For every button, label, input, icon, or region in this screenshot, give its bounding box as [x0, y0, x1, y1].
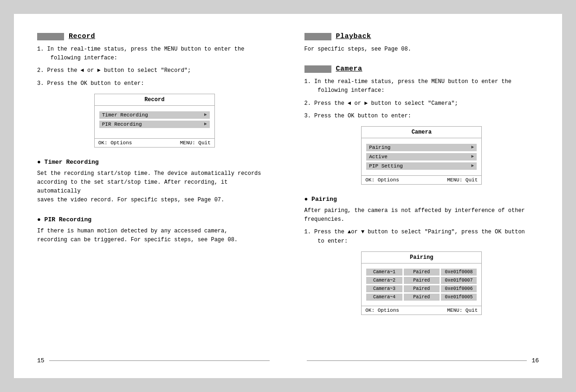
camera-bar: [304, 65, 331, 73]
record-bar: [37, 33, 64, 40]
menu-item-active: Active ►: [366, 153, 477, 161]
left-column: Record 1. In the real-time status, press…: [37, 32, 286, 344]
pir-recording-label: PIR Recording: [102, 122, 142, 127]
camera-ok-options: OK: Options: [365, 177, 399, 183]
camera-menu-title: Camera: [362, 127, 481, 138]
active-label: Active: [369, 154, 388, 160]
page-number-right: 16: [531, 357, 539, 364]
pairing-section: ● Pairing After pairing, the camera is n…: [304, 196, 539, 246]
record-menu-box: Record Timer Recording ► PIR Recording ►…: [94, 94, 215, 148]
pairing-menu-footer: OK: Options MENU: Quit: [362, 306, 481, 315]
timer-recording-section: ● Timer Recording Set the recording star…: [37, 159, 272, 205]
record-step-1: 1. In the real-time status, press the ME…: [37, 45, 272, 63]
pir-recording-arrow: ►: [204, 122, 207, 127]
playback-title: Playback: [336, 32, 371, 40]
pairing-body: After pairing, the camera is not affecte…: [304, 206, 539, 224]
pairing-code4: 0xe01f0005: [441, 294, 477, 301]
page: Record 1. In the real-time status, press…: [14, 14, 562, 378]
camera-menu-body: Pairing ► Active ► PIP Setting ►: [362, 138, 481, 175]
camera-title: Camera: [336, 65, 362, 73]
menu-item-pairing: Pairing ►: [366, 144, 477, 151]
pairing-cam1: Camera~1: [366, 269, 402, 276]
pairing-row-1: Camera~1 Paired 0xe01f0008: [366, 269, 477, 276]
pairing-step-1: 1. Press the ▲or ▼ button to select "Pai…: [304, 228, 539, 245]
pairing-code3: 0xe01f0006: [441, 285, 477, 292]
right-column: Playback For specific steps, see Page 08…: [286, 32, 539, 344]
pairing-menu-box: Pairing Camera~1 Paired 0xe01f0008 Camer…: [361, 251, 482, 315]
pairing-row-4: Camera~4 Paired 0xe01f0005: [366, 294, 477, 301]
footer-line-right: [307, 360, 527, 361]
record-ok-options: OK: Options: [98, 140, 132, 146]
pairing-cam4: Camera~4: [366, 294, 402, 301]
pip-setting-label: PIP Setting: [369, 163, 403, 169]
pairing-code2: 0xe01f0007: [441, 277, 477, 284]
pairing-status2: Paired: [404, 277, 440, 284]
pairing-menu-body: Camera~1 Paired 0xe01f0008 Camera~2 Pair…: [362, 263, 481, 306]
camera-step-1: 1. In the real-time status, press the ME…: [304, 77, 539, 95]
pairing-row-3: Camera~3 Paired 0xe01f0006: [366, 285, 477, 292]
pairing-code1: 0xe01f0008: [441, 269, 477, 276]
pairing-status4: Paired: [404, 294, 440, 301]
timer-recording-title: ● Timer Recording: [37, 159, 272, 166]
record-menu-footer: OK: Options MENU: Quit: [95, 138, 214, 147]
pairing-label: Pairing: [369, 145, 390, 150]
pairing-title: ● Pairing: [304, 196, 539, 203]
camera-section-header: Camera: [304, 65, 539, 73]
record-title: Record: [69, 32, 95, 40]
pairing-cam3: Camera~3: [366, 285, 402, 292]
record-menu-quit: MENU: Quit: [180, 140, 211, 146]
camera-steps: 1. In the real-time status, press the ME…: [304, 77, 539, 121]
playback-section-header: Playback: [304, 32, 539, 40]
pairing-status1: Paired: [404, 269, 440, 276]
timer-recording-body: Set the recording start/stop time. The d…: [37, 169, 272, 205]
camera-step-2: 2. Press the ◄ or ► button to select "Ca…: [304, 99, 539, 108]
active-arrow: ►: [471, 154, 474, 159]
record-section-header: Record: [37, 32, 272, 40]
menu-item-pip-setting: PIP Setting ►: [366, 162, 477, 170]
pairing-status3: Paired: [404, 285, 440, 292]
pairing-row-2: Camera~2 Paired 0xe01f0007: [366, 277, 477, 284]
menu-item-timer-recording: Timer Recording ►: [99, 111, 210, 119]
record-step-2: 2. Press the ◄ or ► button to select "Re…: [37, 66, 272, 75]
menu-item-pir-recording: PIR Recording ►: [99, 121, 210, 128]
pir-recording-title: ● PIR Recording: [37, 216, 272, 223]
record-steps: 1. In the real-time status, press the ME…: [37, 45, 272, 88]
camera-menu-quit: MENU: Quit: [447, 177, 478, 183]
camera-step-3: 3. Press the OK button to enter:: [304, 112, 539, 121]
playback-body: For specific steps, see Page 08.: [304, 45, 539, 54]
timer-recording-arrow: ►: [204, 112, 207, 117]
page-number-left: 15: [37, 357, 45, 364]
pairing-menu-title: Pairing: [362, 252, 481, 263]
record-menu-body: Timer Recording ► PIR Recording ►: [95, 106, 214, 138]
camera-menu-box: Camera Pairing ► Active ► PIP Setting ►: [361, 126, 482, 185]
pir-recording-section: ● PIR Recording If there is human motion…: [37, 216, 272, 244]
pairing-arrow: ►: [471, 145, 474, 150]
pairing-menu-quit: MENU: Quit: [447, 308, 478, 313]
record-step-3: 3. Press the OK button to enter:: [37, 79, 272, 88]
pairing-cam2: Camera~2: [366, 277, 402, 284]
playback-bar: [304, 33, 331, 40]
pairing-ok-options: OK: Options: [365, 308, 399, 313]
record-menu-title: Record: [95, 94, 214, 106]
footer-line-left: [49, 360, 270, 361]
camera-menu-footer: OK: Options MENU: Quit: [362, 175, 481, 184]
timer-recording-label: Timer Recording: [102, 112, 148, 118]
pir-recording-body: If there is human motion detected by any…: [37, 227, 272, 244]
page-footer: 15 16: [37, 353, 539, 364]
pip-setting-arrow: ►: [471, 163, 474, 168]
